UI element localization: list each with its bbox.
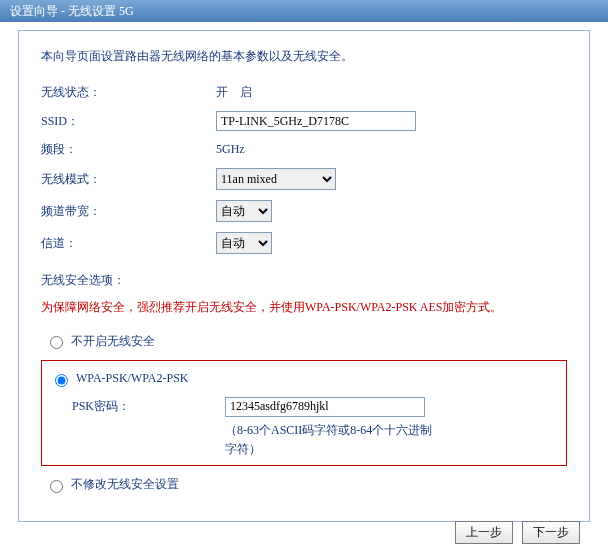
bandwidth-select[interactable]: 自动 bbox=[216, 200, 272, 222]
security-section-label: 无线安全选项： bbox=[41, 272, 567, 289]
ssid-input[interactable] bbox=[216, 111, 416, 131]
security-nochange-label: 不修改无线安全设置 bbox=[71, 476, 179, 493]
security-none-label: 不开启无线安全 bbox=[71, 333, 155, 350]
footer: 上一步 下一步 bbox=[449, 521, 580, 544]
psk-password-label: PSK密码： bbox=[72, 398, 225, 415]
window-titlebar: 设置向导 - 无线设置 5G bbox=[0, 0, 608, 22]
security-nochange-radio[interactable] bbox=[50, 480, 63, 493]
bandwidth-label: 频道带宽： bbox=[41, 203, 216, 220]
channel-select[interactable]: 自动 bbox=[216, 232, 272, 254]
wireless-status-label: 无线状态： bbox=[41, 84, 216, 101]
security-none-radio[interactable] bbox=[50, 336, 63, 349]
psk-hint: （8-63个ASCII码字符或8-64个十六进制字符） bbox=[225, 421, 435, 459]
wireless-status-value: 开 启 bbox=[216, 84, 252, 101]
channel-label: 信道： bbox=[41, 235, 216, 252]
mode-select[interactable]: 11an mixed bbox=[216, 168, 336, 190]
intro-text: 本向导页面设置路由器无线网络的基本参数以及无线安全。 bbox=[41, 47, 567, 66]
band-label: 频段： bbox=[41, 141, 216, 158]
mode-label: 无线模式： bbox=[41, 171, 216, 188]
security-warning: 为保障网络安全，强烈推荐开启无线安全，并使用WPA-PSK/WPA2-PSK A… bbox=[41, 297, 567, 319]
ssid-label: SSID： bbox=[41, 113, 216, 130]
psk-box: WPA-PSK/WPA2-PSK PSK密码： （8-63个ASCII码字符或8… bbox=[41, 360, 567, 466]
security-psk-radio[interactable] bbox=[55, 374, 68, 387]
next-button[interactable]: 下一步 bbox=[522, 521, 580, 544]
security-psk-label: WPA-PSK/WPA2-PSK bbox=[76, 371, 188, 386]
window-title: 设置向导 - 无线设置 5G bbox=[10, 4, 134, 18]
main-panel: 本向导页面设置路由器无线网络的基本参数以及无线安全。 无线状态： 开 启 SSI… bbox=[18, 30, 590, 522]
psk-password-input[interactable] bbox=[225, 397, 425, 417]
band-value: 5GHz bbox=[216, 142, 245, 157]
prev-button[interactable]: 上一步 bbox=[455, 521, 513, 544]
